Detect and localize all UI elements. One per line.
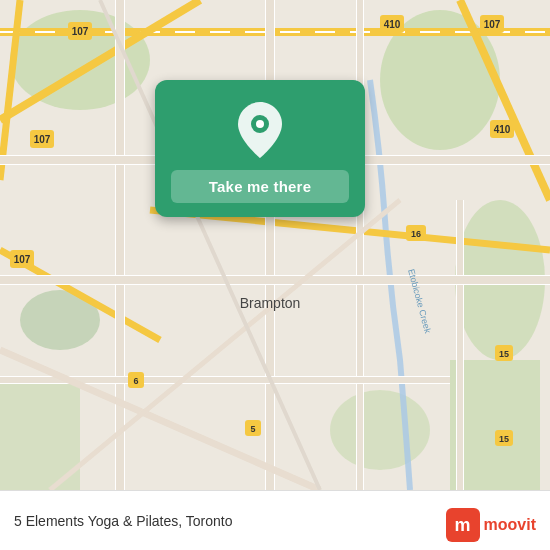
svg-text:107: 107 [34, 134, 51, 145]
svg-text:Brampton: Brampton [240, 295, 301, 311]
svg-point-57 [256, 120, 264, 128]
svg-text:15: 15 [499, 349, 509, 359]
bottom-bar: 5 Elements Yoga & Pilates, Toronto m moo… [0, 490, 550, 550]
location-card: Take me there [155, 80, 365, 217]
take-me-there-button[interactable]: Take me there [171, 170, 349, 203]
svg-text:107: 107 [72, 26, 89, 37]
svg-text:16: 16 [411, 229, 421, 239]
svg-text:410: 410 [384, 19, 401, 30]
svg-text:15: 15 [499, 434, 509, 444]
pin-icon [234, 100, 286, 160]
moovit-label: moovit [484, 516, 536, 534]
moovit-icon: m [446, 508, 480, 542]
map-svg: 107 107 107 410 107 410 16 6 5 15 15 Bra… [0, 0, 550, 490]
svg-point-7 [330, 390, 430, 470]
svg-text:410: 410 [494, 124, 511, 135]
moovit-logo: m moovit [446, 508, 536, 542]
svg-text:107: 107 [484, 19, 501, 30]
svg-text:107: 107 [14, 254, 31, 265]
svg-text:5: 5 [250, 424, 255, 434]
svg-text:6: 6 [133, 376, 138, 386]
place-name: 5 Elements Yoga & Pilates, Toronto [14, 513, 232, 529]
map-container: 107 107 107 410 107 410 16 6 5 15 15 Bra… [0, 0, 550, 490]
